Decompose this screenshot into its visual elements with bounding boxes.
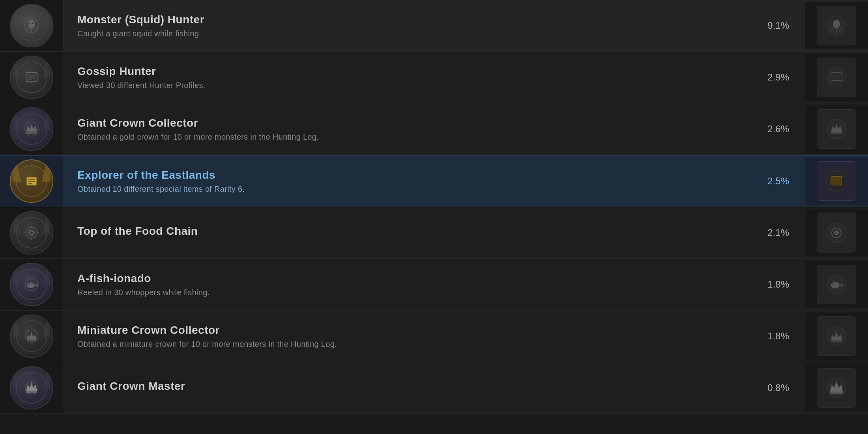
achievement-name: Top of the Food Chain bbox=[77, 225, 730, 238]
achievement-percent: 2.5% bbox=[742, 176, 805, 187]
achievement-badge bbox=[10, 366, 53, 410]
achievement-desc: Obtained 10 different special items of R… bbox=[77, 185, 730, 194]
achievement-name: Miniature Crown Collector bbox=[77, 324, 730, 337]
achievement-right-icon bbox=[805, 209, 868, 256]
achievement-right-icon bbox=[805, 312, 868, 360]
badge-inner bbox=[16, 62, 47, 93]
svg-rect-60 bbox=[27, 339, 36, 341]
achievement-row[interactable]: Gossip Hunter Viewed 30 different Hunter… bbox=[0, 52, 868, 103]
svg-point-10 bbox=[833, 20, 840, 28]
achievement-row[interactable]: Miniature Crown Collector Obtained a min… bbox=[0, 311, 868, 362]
right-badge bbox=[817, 213, 856, 253]
achievement-left-icon bbox=[0, 311, 63, 362]
svg-point-26 bbox=[24, 122, 39, 136]
svg-rect-29 bbox=[831, 132, 842, 134]
achievement-percent: 9.1% bbox=[742, 20, 805, 31]
achievement-percent: 2.9% bbox=[742, 72, 805, 83]
svg-rect-27 bbox=[26, 131, 37, 134]
giant-master-icon bbox=[22, 378, 41, 397]
svg-point-21 bbox=[827, 67, 846, 87]
svg-rect-64 bbox=[26, 391, 37, 393]
achievement-content: Monster (Squid) Hunter Caught a giant sq… bbox=[65, 6, 742, 46]
svg-point-7 bbox=[30, 22, 31, 24]
achievement-badge bbox=[10, 159, 53, 203]
svg-point-52 bbox=[28, 284, 30, 285]
achievement-left-icon bbox=[0, 155, 63, 207]
achievement-badge bbox=[10, 314, 53, 358]
svg-rect-30 bbox=[27, 177, 36, 185]
achievement-name: Giant Crown Collector bbox=[77, 117, 730, 129]
crown-icon bbox=[22, 120, 41, 138]
svg-point-41 bbox=[30, 232, 33, 234]
achievement-name: Monster (Squid) Hunter bbox=[77, 13, 730, 26]
achievement-left-icon bbox=[0, 259, 63, 310]
achievement-badge bbox=[10, 4, 53, 47]
achievement-content: Explorer of the Eastlands Obtained 10 di… bbox=[65, 161, 742, 202]
right-badge-gossip bbox=[825, 65, 848, 89]
achievement-percent: 0.8% bbox=[742, 382, 805, 393]
right-badge-master bbox=[825, 376, 848, 400]
right-badge bbox=[817, 265, 856, 304]
right-badge bbox=[817, 368, 856, 408]
svg-point-49 bbox=[836, 232, 837, 234]
svg-line-6 bbox=[35, 26, 37, 30]
right-badge bbox=[817, 58, 856, 97]
achievement-desc: Obtained a miniature crown for 10 or mor… bbox=[77, 340, 730, 349]
achievement-desc: Reeled in 30 whoppers while fishing. bbox=[77, 288, 730, 297]
achievement-desc: Viewed 30 different Hunter Profiles. bbox=[77, 81, 730, 90]
achievement-left-icon bbox=[0, 0, 63, 51]
achievement-name: Explorer of the Eastlands bbox=[77, 169, 730, 181]
achievement-content: Gossip Hunter Viewed 30 different Hunter… bbox=[65, 57, 742, 98]
svg-line-5 bbox=[33, 27, 35, 31]
achievement-name: A-fish-ionado bbox=[77, 272, 730, 285]
svg-point-63 bbox=[25, 382, 38, 394]
svg-point-40 bbox=[28, 230, 35, 236]
badge-inner bbox=[16, 165, 47, 197]
achievement-left-icon bbox=[0, 207, 63, 258]
achievement-desc: Caught a giant squid while fishing. bbox=[77, 29, 730, 38]
svg-point-59 bbox=[25, 330, 38, 342]
svg-rect-16 bbox=[26, 73, 37, 81]
achievement-badge bbox=[10, 107, 53, 151]
right-badge bbox=[817, 161, 856, 201]
achievement-row[interactable]: Giant Crown Collector Obtained a gold cr… bbox=[0, 103, 868, 155]
achievement-percent: 1.8% bbox=[742, 279, 805, 290]
food-chain-icon bbox=[22, 223, 41, 242]
achievement-row[interactable]: Monster (Squid) Hunter Caught a giant sq… bbox=[0, 0, 868, 52]
svg-line-3 bbox=[28, 27, 30, 31]
svg-point-57 bbox=[831, 282, 840, 288]
badge-inner bbox=[16, 269, 47, 300]
right-badge-mini-crown bbox=[825, 324, 848, 348]
achievement-right-icon bbox=[805, 364, 868, 412]
achievement-row[interactable]: Top of the Food Chain 2.1% bbox=[0, 207, 868, 259]
badge-inner bbox=[16, 217, 47, 249]
svg-line-53 bbox=[32, 283, 35, 284]
achievement-content: Miniature Crown Collector Obtained a min… bbox=[65, 316, 742, 357]
achievement-percent: 1.8% bbox=[742, 331, 805, 342]
right-badge-crown bbox=[825, 117, 848, 141]
gossip-icon bbox=[22, 68, 41, 87]
achievement-content: Giant Crown Master bbox=[65, 372, 742, 404]
squid-icon bbox=[22, 16, 41, 35]
achievement-right-icon bbox=[805, 54, 868, 101]
svg-rect-35 bbox=[831, 176, 842, 185]
fish-icon bbox=[22, 275, 41, 294]
achievement-content: A-fish-ionado Reeled in 30 whoppers whil… bbox=[65, 264, 742, 305]
svg-point-39 bbox=[26, 227, 37, 238]
badge-inner bbox=[16, 320, 47, 352]
badge-inner bbox=[16, 372, 47, 404]
achievement-percent: 2.1% bbox=[742, 227, 805, 238]
achievement-badge bbox=[10, 263, 53, 306]
svg-point-50 bbox=[25, 278, 38, 291]
svg-point-8 bbox=[32, 22, 34, 24]
achievement-right-icon bbox=[805, 2, 868, 49]
explorer-icon bbox=[22, 172, 41, 191]
achievement-row-selected[interactable]: Explorer of the Eastlands Obtained 10 di… bbox=[0, 155, 868, 207]
achievement-right-icon bbox=[805, 261, 868, 308]
right-badge-explorer bbox=[825, 169, 848, 193]
achievement-percent: 2.6% bbox=[742, 123, 805, 135]
achievement-name: Giant Crown Master bbox=[77, 380, 730, 393]
achievement-row[interactable]: A-fish-ionado Reeled in 30 whoppers whil… bbox=[0, 259, 868, 311]
achievement-row[interactable]: Giant Crown Master 0.8% bbox=[0, 362, 868, 414]
badge-inner bbox=[16, 10, 47, 41]
